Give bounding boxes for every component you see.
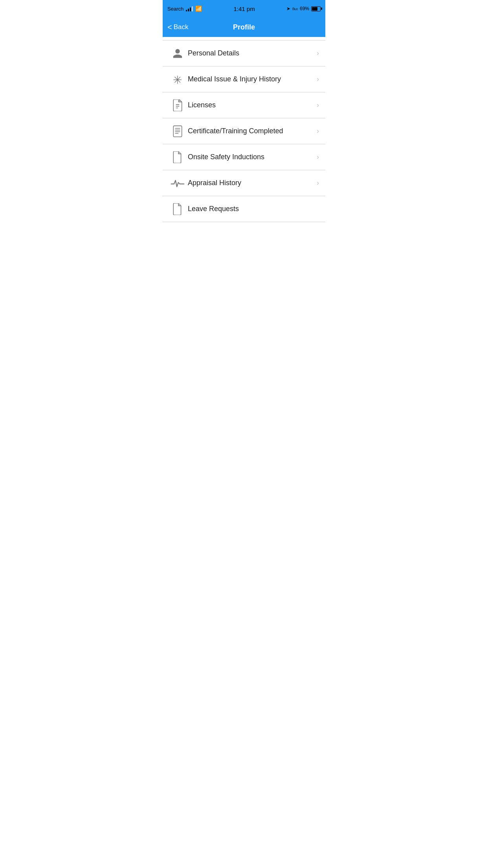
menu-item-onsite-safety[interactable]: Onsite Safety Inductions › xyxy=(163,144,325,170)
menu-item-certificate-training[interactable]: Certificate/Training Completed › xyxy=(163,118,325,144)
wifi-icon: 📶 xyxy=(195,6,202,12)
document-icon-leave-requests xyxy=(169,203,186,215)
menu-label-onsite-safety: Onsite Safety Inductions xyxy=(188,153,317,161)
menu-item-licenses[interactable]: Licenses › xyxy=(163,92,325,118)
location-icon: ➤ xyxy=(286,6,290,11)
menu-list: Personal Details › ✳ Medical Issue & Inj… xyxy=(163,40,325,222)
signal-icon xyxy=(186,6,193,11)
chevron-icon-personal-details: › xyxy=(317,49,319,57)
chevron-icon-licenses: › xyxy=(317,101,319,109)
battery-fill xyxy=(312,7,317,11)
svg-text:✳: ✳ xyxy=(173,74,182,85)
status-left: Search 📶 xyxy=(167,6,202,12)
page-title: Profile xyxy=(233,23,255,31)
battery-percentage: 69% xyxy=(300,6,309,11)
chevron-icon-medical-issue: › xyxy=(317,75,319,83)
list-document-icon xyxy=(169,125,186,137)
app-name: Search xyxy=(167,6,183,12)
battery-icon xyxy=(311,6,321,11)
menu-label-personal-details: Personal Details xyxy=(188,49,317,57)
menu-label-leave-requests: Leave Requests xyxy=(188,205,319,213)
back-chevron-icon: < xyxy=(167,23,172,31)
document-icon-licenses xyxy=(169,99,186,111)
medical-icon: ✳ xyxy=(169,74,186,85)
menu-item-personal-details[interactable]: Personal Details › xyxy=(163,40,325,66)
document-icon-onsite-safety xyxy=(169,151,186,163)
back-label: Back xyxy=(174,23,189,31)
status-right: ➤ ℻ 69% xyxy=(286,6,321,11)
svg-rect-1 xyxy=(173,126,182,137)
menu-label-medical-issue: Medical Issue & Injury History xyxy=(188,75,317,83)
chevron-icon-certificate-training: › xyxy=(317,127,319,135)
chevron-icon-onsite-safety: › xyxy=(317,153,319,161)
bluetooth-icon: ℻ xyxy=(292,6,298,11)
status-time: 1:41 pm xyxy=(233,6,255,12)
menu-label-appraisal-history: Appraisal History xyxy=(188,179,317,187)
pulse-icon xyxy=(169,178,186,188)
menu-label-certificate-training: Certificate/Training Completed xyxy=(188,127,317,135)
status-bar: Search 📶 1:41 pm ➤ ℻ 69% xyxy=(163,0,325,17)
menu-label-licenses: Licenses xyxy=(188,101,317,109)
menu-item-medical-issue[interactable]: ✳ Medical Issue & Injury History › xyxy=(163,66,325,92)
nav-bar: < Back Profile xyxy=(163,17,325,37)
chevron-icon-appraisal-history: › xyxy=(317,179,319,187)
menu-item-leave-requests[interactable]: Leave Requests xyxy=(163,196,325,222)
back-button[interactable]: < Back xyxy=(167,23,188,31)
menu-item-appraisal-history[interactable]: Appraisal History › xyxy=(163,170,325,196)
content-area: Personal Details › ✳ Medical Issue & Inj… xyxy=(163,40,325,276)
person-icon xyxy=(169,48,186,59)
